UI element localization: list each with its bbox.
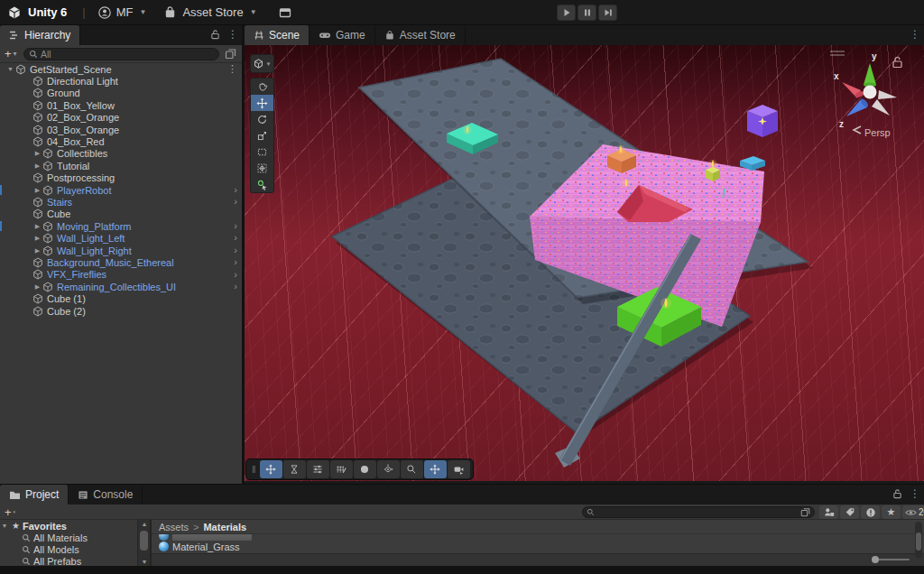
expander-icon[interactable]: ▶ [32, 247, 42, 255]
hierarchy-row[interactable]: ▶Collectibles [0, 148, 242, 160]
hierarchy-row[interactable]: 04_Box_Red [0, 135, 242, 147]
hierarchy-row[interactable]: Cube [0, 208, 242, 220]
tab-hierarchy[interactable]: Hierarchy [0, 25, 80, 45]
favorites-item[interactable]: All Materials [0, 532, 137, 543]
prefab-open-arrow[interactable]: › [234, 184, 237, 195]
overlay-snap-move[interactable] [424, 460, 447, 478]
search-by-type-button[interactable] [819, 505, 838, 519]
prefab-open-arrow[interactable]: › [234, 232, 237, 243]
rotate-tool[interactable] [251, 111, 273, 127]
favorites-header[interactable]: ▼ ★ Favorites [0, 520, 137, 532]
tab-game[interactable]: Game [310, 25, 375, 45]
scroll-down-icon[interactable]: ▼ [138, 559, 151, 565]
assets-scrollbar[interactable] [915, 522, 922, 558]
hierarchy-search-input[interactable]: All [23, 48, 219, 60]
hierarchy-row[interactable]: ▶Tutorial [0, 160, 242, 171]
hierarchy-row[interactable]: ▶PlayerRobot› [0, 184, 242, 196]
tab-console[interactable]: Console [69, 485, 143, 505]
gizmo-y-axis[interactable] [864, 63, 876, 88]
tab-scene[interactable]: Scene [245, 25, 310, 45]
move-tool[interactable] [251, 95, 273, 111]
gizmo-z-axis[interactable] [846, 97, 869, 116]
row-menu-icon[interactable]: ⋮ [227, 63, 237, 75]
scrollbar-thumb[interactable] [140, 531, 148, 551]
orientation-gizmo[interactable]: y x z Persp [818, 47, 922, 141]
overlay-view-options[interactable] [283, 460, 306, 478]
gizmo-x-axis[interactable] [842, 82, 864, 98]
asset-row-clipped[interactable] [152, 534, 924, 541]
overlay-grid-visibility[interactable] [330, 460, 353, 478]
view-hand-tool[interactable] [251, 79, 273, 95]
hierarchy-row[interactable]: 02_Box_Orange [0, 112, 242, 124]
overlay-search[interactable] [401, 460, 423, 478]
expander-icon[interactable]: ▼ [0, 523, 9, 529]
window-tray-icon[interactable] [278, 5, 292, 20]
breadcrumb-current[interactable]: Materials [203, 522, 246, 532]
expander-icon[interactable]: ▶ [32, 150, 42, 157]
hierarchy-row[interactable]: ▶Remaining_Collectibles_UI› [0, 281, 242, 292]
breadcrumb-root[interactable]: Assets [159, 522, 189, 532]
play-button[interactable] [557, 5, 576, 21]
hierarchy-row[interactable]: ▶Wall_Light_Right› [0, 245, 242, 256]
pause-button[interactable] [578, 5, 596, 21]
drag-handle[interactable]: ‖ [252, 464, 256, 475]
favorites-filter-button[interactable]: ★ [882, 505, 901, 519]
hierarchy-row[interactable]: ▶Moving_Platform› [0, 220, 242, 232]
hierarchy-row[interactable]: VFX_Fireflies› [0, 269, 242, 281]
hierarchy-row[interactable]: 03_Box_Orange [0, 124, 242, 135]
prefab-open-arrow[interactable]: › [234, 256, 237, 267]
hidden-packages-button[interactable] [861, 505, 880, 519]
overlay-camera[interactable] [448, 460, 470, 478]
prefab-open-arrow[interactable]: › [234, 245, 237, 255]
favorites-item[interactable]: All Models [0, 543, 137, 555]
search-by-label-button[interactable] [840, 505, 859, 519]
lock-icon[interactable] [892, 488, 902, 499]
expander-icon[interactable]: ▶ [32, 235, 42, 242]
expander-icon[interactable]: ▶ [32, 162, 42, 170]
thumbnail-zoom-slider[interactable] [872, 557, 910, 562]
scrollbar-thumb[interactable] [916, 532, 921, 551]
rect-tool[interactable] [251, 144, 273, 160]
panel-menu-icon[interactable]: ⋮ [910, 487, 920, 500]
hierarchy-row[interactable]: Background_Music_Ethereal› [0, 256, 242, 268]
hierarchy-row[interactable]: Directional Light [0, 75, 242, 87]
purple-cube[interactable] [747, 105, 778, 137]
scene-viewport[interactable]: ▼ [245, 45, 924, 481]
scale-tool[interactable] [251, 127, 273, 144]
tab-project[interactable]: Project [0, 485, 69, 505]
panel-menu-icon[interactable]: ⋮ [910, 28, 920, 41]
panel-menu-icon[interactable]: ⋮ [227, 28, 238, 41]
add-asset-button[interactable]: +▾ [0, 505, 22, 519]
hierarchy-row[interactable]: Stairs› [0, 196, 242, 208]
overlay-shading-mode[interactable] [354, 460, 376, 478]
gizmo-lock-icon[interactable] [893, 58, 901, 68]
asset-store-menu[interactable]: Asset Store ▼ [163, 5, 256, 20]
account-menu[interactable]: MF ▼ [97, 5, 147, 20]
asset-row[interactable]: Material_Grass [152, 541, 924, 552]
favorites-item[interactable]: All Prefabs [0, 555, 137, 566]
hierarchy-row[interactable]: Ground [0, 88, 242, 99]
overlay-move-tool[interactable] [260, 460, 282, 478]
picker-icon[interactable] [225, 48, 236, 60]
picker-icon[interactable] [800, 507, 810, 517]
hierarchy-row[interactable]: ▼GetStarted_Scene⋮ [0, 63, 242, 75]
scroll-up-icon[interactable]: ▲ [138, 521, 151, 527]
prefab-open-arrow[interactable]: › [234, 269, 237, 280]
hierarchy-row[interactable]: ▶Wall_Light_Left› [0, 232, 242, 244]
prefab-open-arrow[interactable]: › [234, 196, 237, 207]
step-button[interactable] [598, 5, 617, 21]
favorites-scrollbar[interactable]: ▲ ▼ [137, 520, 150, 566]
overlay-tool-settings[interactable] [307, 460, 329, 478]
hierarchy-row[interactable]: Cube (1) [0, 292, 242, 304]
overlay-handle-icon[interactable] [830, 51, 845, 55]
tab-asset-store[interactable]: Asset Store [375, 25, 466, 45]
overlay-particles[interactable] [377, 460, 400, 478]
custom-tool[interactable] [251, 176, 273, 192]
persp-toggle-icon[interactable] [854, 126, 861, 134]
transform-tool[interactable] [251, 160, 273, 176]
prefab-open-arrow[interactable]: › [234, 281, 237, 292]
slider-knob[interactable] [872, 556, 879, 563]
visibility-count-button[interactable]: 20 [902, 505, 924, 519]
expander-icon[interactable]: ▼ [5, 66, 15, 72]
prefab-open-arrow[interactable]: › [234, 220, 237, 231]
